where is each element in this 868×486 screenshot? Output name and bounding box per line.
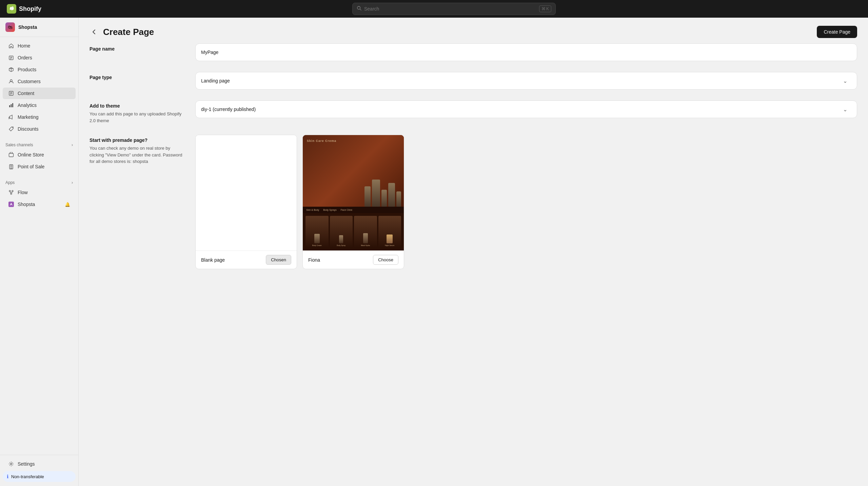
svg-rect-16 — [12, 103, 13, 107]
svg-point-31 — [11, 463, 12, 465]
non-transferable-label: Non-transferable — [11, 474, 44, 479]
settings-icon — [8, 461, 14, 467]
main-nav: Home Orders Products Customers — [0, 37, 78, 138]
sidebar-item-content-label: Content — [18, 91, 34, 96]
discounts-icon — [8, 126, 14, 132]
sidebar-item-online-store[interactable]: Online Store — [3, 149, 76, 161]
svg-line-27 — [10, 192, 11, 193]
store-name: Shopsta — [18, 24, 37, 30]
fiona-bottle-2 — [372, 180, 380, 207]
svg-point-17 — [8, 117, 10, 119]
sidebar-item-online-store-label: Online Store — [18, 152, 44, 157]
add-to-theme-select[interactable]: diy-1 (currently published) — [201, 107, 851, 112]
svg-rect-0 — [7, 4, 16, 14]
fiona-hero-bottles — [364, 180, 401, 207]
home-icon — [8, 43, 14, 49]
search-input[interactable] — [364, 6, 536, 12]
point-of-sale-icon — [8, 164, 14, 170]
fiona-product-bottle-1 — [314, 234, 320, 243]
sidebar-item-products-label: Products — [18, 67, 36, 72]
page-type-select-wrapper: Landing page Blog post Contact About ⌄ — [201, 78, 851, 84]
svg-rect-15 — [11, 104, 12, 107]
page-type-label: Page type — [90, 75, 184, 80]
sidebar-item-products[interactable]: Products — [3, 64, 76, 75]
template-name-fiona: Fiona — [308, 257, 320, 263]
page-name-control-col — [195, 43, 857, 61]
add-to-theme-desc: You can add this page to any uploaded Sh… — [90, 111, 184, 124]
sidebar-item-home-label: Home — [18, 43, 30, 49]
fiona-bottle-4 — [388, 183, 395, 207]
premade-row: Start with premade page? You can check a… — [90, 135, 857, 269]
create-page-button[interactable]: Create Page — [817, 26, 857, 38]
non-transferable-icon: ℹ — [7, 474, 8, 479]
search-icon — [357, 6, 361, 12]
sidebar-item-shopsta-label: Shopsta — [18, 202, 35, 207]
template-footer-blank: Blank page Chosen — [196, 250, 297, 269]
template-preview-fiona: Skin Care Crema — [303, 135, 404, 250]
page-title: Create Page — [103, 27, 154, 37]
topbar: Shopify ⌘ K — [0, 0, 868, 18]
add-to-theme-label: Add to theme — [90, 103, 184, 109]
sidebar-item-home[interactable]: Home — [3, 40, 76, 52]
flow-icon — [8, 189, 14, 195]
svg-point-9 — [10, 80, 12, 82]
svg-rect-21 — [10, 168, 12, 168]
fiona-nav-item-1: Skin & Body — [306, 209, 319, 211]
page-title-area: Create Page — [90, 27, 154, 37]
shopify-logo: Shopify — [7, 4, 41, 14]
template-footer-fiona: Fiona Choose — [303, 250, 404, 269]
template-choose-button-fiona[interactable]: Choose — [373, 255, 398, 265]
search-bar[interactable]: ⌘ K — [352, 3, 556, 15]
svg-rect-14 — [9, 105, 10, 107]
svg-line-2 — [360, 9, 361, 11]
sidebar-item-flow[interactable]: Flow — [3, 187, 76, 198]
add-to-theme-row: Add to theme You can add this page to an… — [90, 100, 857, 124]
svg-point-18 — [12, 127, 13, 128]
fiona-bottle-1 — [364, 186, 371, 207]
fiona-product-label-2: Body Spray — [337, 244, 346, 246]
add-to-theme-card: diy-1 (currently published) ⌄ — [195, 100, 857, 118]
sidebar-item-point-of-sale[interactable]: Point of Sale — [3, 161, 76, 172]
marketing-icon — [8, 114, 14, 120]
fiona-nav-item-2: Body Sprays — [323, 209, 337, 211]
page-type-row: Page type Landing page Blog post Contact… — [90, 72, 857, 90]
apps-expand-icon[interactable]: › — [72, 180, 73, 185]
template-name-blank: Blank page — [201, 257, 225, 263]
analytics-icon — [8, 102, 14, 108]
sidebar-item-customers-label: Customers — [18, 79, 41, 84]
fiona-preview: Skin Care Crema — [303, 135, 404, 250]
page-type-select[interactable]: Landing page Blog post Contact About — [201, 78, 851, 83]
non-transferable-badge[interactable]: ℹ Non-transferable — [3, 471, 76, 482]
shopsta-bell-icon: 🔔 — [65, 202, 70, 207]
sidebar: 🛍 Shopsta Home Orders Products — [0, 18, 79, 486]
sidebar-item-discounts[interactable]: Discounts — [3, 123, 76, 135]
page-name-input[interactable] — [201, 50, 851, 55]
sidebar-item-orders[interactable]: Orders — [3, 52, 76, 63]
sidebar-item-customers[interactable]: Customers — [3, 76, 76, 87]
online-store-icon — [8, 152, 14, 158]
sidebar-item-settings[interactable]: Settings — [3, 458, 76, 470]
fiona-product-bottle-4 — [387, 235, 393, 243]
premade-desc: You can check any demo on real store by … — [90, 145, 184, 165]
template-chosen-button-blank[interactable]: Chosen — [266, 255, 291, 265]
sidebar-item-marketing[interactable]: Marketing — [3, 111, 76, 123]
fiona-nav-item-3: Face Clinic — [341, 209, 353, 211]
sales-channels-expand-icon[interactable]: › — [72, 143, 73, 147]
fiona-product-1: Body Cream — [305, 216, 329, 248]
sidebar-item-content[interactable]: Content — [3, 88, 76, 99]
orders-icon — [8, 55, 14, 61]
svg-point-25 — [12, 190, 13, 192]
page-type-card: Landing page Blog post Contact About ⌄ — [195, 72, 857, 90]
sidebar-item-shopsta[interactable]: Shopsta 🔔 — [3, 199, 76, 210]
back-button[interactable] — [90, 27, 99, 37]
fiona-hero-text: Skin Care Crema — [307, 139, 336, 143]
sales-channels-nav: Sales channels › Online Store Point of S… — [0, 138, 78, 175]
fiona-bottle-5 — [396, 191, 401, 207]
page-name-label-col: Page name — [90, 43, 184, 61]
sidebar-item-analytics[interactable]: Analytics — [3, 99, 76, 111]
page-name-card — [195, 43, 857, 61]
customers-icon — [8, 78, 14, 85]
products-icon — [8, 67, 14, 73]
sidebar-bottom: Settings ℹ Non-transferable — [0, 455, 78, 486]
store-icon: 🛍 — [5, 22, 15, 32]
